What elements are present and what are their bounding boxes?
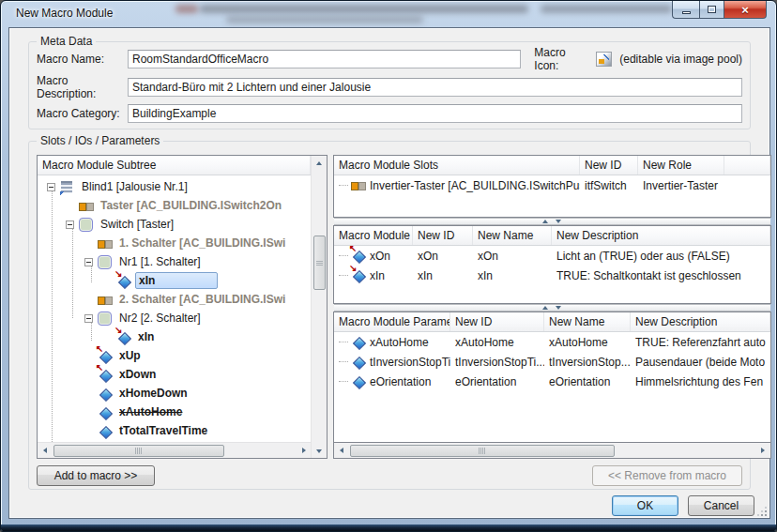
ok-button[interactable]: OK — [612, 495, 678, 516]
column-header-new-id[interactable]: New ID — [580, 156, 638, 175]
tree-item[interactable]: Nr1 [1. Schalter] — [38, 252, 311, 271]
scroll-left-button[interactable] — [334, 444, 348, 458]
macro-category-input[interactable]: BuildingExample — [128, 104, 742, 123]
cell-new-role: Invertier-Taster — [638, 175, 724, 195]
table-row[interactable]: xIn xIn xIn TRUE: Schaltkontakt ist gesc… — [334, 266, 770, 285]
tree-item[interactable]: xUp — [38, 346, 311, 365]
table-row[interactable]: tInversionStopTime tInversionStopTi... t… — [334, 352, 770, 372]
window-bottom-frame — [1, 524, 776, 531]
table-row[interactable]: Invertier-Taster [AC_BUILDING.ISwitchPus… — [334, 175, 770, 195]
macro-module-ios-table: Macro Module I... New ID New Name New De… — [333, 225, 771, 304]
tree-item[interactable]: tTotalTravelTime — [38, 421, 311, 440]
tree-item-label: 2. Schalter [AC_BUILDING.ISwi — [116, 292, 288, 307]
cell-new-name: xAutoHome — [544, 332, 631, 352]
table-row[interactable]: xAutoHome xAutoHome xAutoHome TRUE: Refe… — [334, 332, 770, 352]
triangle-left-icon — [340, 448, 343, 453]
param-icon — [98, 387, 113, 401]
tree-item[interactable]: Blind1 [Jalousie Nr.1] — [38, 177, 311, 196]
tree-item[interactable]: 2. Schalter [AC_BUILDING.ISwi — [38, 290, 311, 309]
cell-new-description: Licht an (TRUE) oder aus (FALSE) — [552, 246, 770, 266]
scroll-left-button[interactable] — [38, 444, 52, 458]
column-header-new-id[interactable]: New ID — [413, 226, 473, 245]
params-table-body: xAutoHome xAutoHome xAutoHome TRUE: Refe… — [334, 332, 770, 391]
cell-param-name: xAutoHome — [370, 336, 429, 349]
table-row[interactable]: xOn xOn xOn Licht an (TRUE) oder aus (FA… — [334, 246, 770, 266]
macro-icon-image[interactable] — [596, 52, 612, 67]
scroll-right-button[interactable] — [756, 444, 770, 458]
tree-item[interactable]: Switch [Taster] — [38, 215, 311, 234]
cell-new-name: eOrientation — [544, 372, 631, 391]
tree-item[interactable]: tInversionStopTime — [38, 440, 311, 442]
tree-header[interactable]: Macro Module Subtree — [38, 156, 311, 175]
panels-area: Macro Module Subtree — [37, 155, 744, 459]
scroll-up-button[interactable] — [312, 156, 327, 170]
background-glass-blur — [541, 5, 672, 13]
window-title: New Macro Module — [16, 7, 113, 20]
cancel-button[interactable]: Cancel — [688, 495, 754, 516]
right-horizontal-scrollbar[interactable] — [333, 443, 771, 459]
tree-item[interactable]: xHomeDown — [38, 384, 311, 403]
column-header-new-role[interactable]: New Role — [638, 156, 724, 175]
tree-item-label: xIn — [135, 272, 218, 289]
io-out-icon — [351, 249, 366, 263]
scroll-thumb[interactable] — [313, 236, 326, 290]
column-header-new-description[interactable]: New Description — [631, 312, 770, 331]
tree-vertical-scrollbar[interactable] — [311, 156, 327, 458]
tree-item[interactable]: xAutoHome — [38, 403, 311, 421]
background-glass-blur — [226, 16, 423, 23]
tree-item[interactable]: xDown — [38, 365, 311, 384]
title-bar[interactable]: New Macro Module × — [1, 1, 776, 27]
macro-module-parameters-table: Macro Module Paramet... New ID New Name … — [333, 312, 771, 443]
triangle-right-icon — [761, 448, 765, 453]
switch-icon — [79, 218, 94, 232]
tree-item[interactable]: Nr2 [2. Schalter] — [38, 309, 311, 327]
slots-ios-parameters-label: Slots / IOs / Parameters — [37, 134, 163, 147]
cell-slot-name: Invertier-Taster [AC_BUILDING.ISwitchPus… — [370, 179, 580, 192]
column-header-ios[interactable]: Macro Module I... — [334, 226, 413, 245]
scroll-thumb[interactable] — [53, 445, 224, 457]
table-row[interactable]: eOrientation eOrientation eOrientation H… — [334, 372, 770, 391]
background-glass-blur — [200, 5, 528, 13]
macro-name-label: Macro Name: — [37, 53, 128, 66]
tree-item[interactable]: Taster [AC_BUILDING.ISwitch2On — [38, 196, 311, 215]
slot-icon — [98, 293, 113, 307]
resize-grip[interactable] — [757, 507, 767, 516]
table-splitter[interactable] — [334, 218, 770, 225]
column-header-parameters[interactable]: Macro Module Paramet... — [334, 312, 450, 331]
tree-item[interactable]: xIn — [38, 327, 311, 346]
scroll-down-button[interactable] — [312, 444, 327, 458]
maximize-button[interactable] — [699, 1, 724, 19]
scroll-right-button[interactable] — [297, 444, 311, 458]
cell-param-name: tInversionStopTime — [370, 356, 450, 369]
column-header-new-id[interactable]: New ID — [450, 312, 544, 331]
tree-item[interactable]: 1. Schalter [AC_BUILDING.ISwi — [38, 234, 311, 252]
minimize-button[interactable] — [672, 1, 699, 19]
close-button[interactable]: × — [724, 1, 767, 19]
macro-name-input[interactable]: RoomStandardOfficeMacro — [128, 50, 521, 68]
tree-horizontal-scrollbar[interactable] — [38, 442, 311, 458]
background-glass-blur — [175, 5, 198, 13]
tree-item[interactable]: xIn — [38, 271, 311, 290]
tree-header-label[interactable]: Macro Module Subtree — [38, 156, 311, 175]
remove-from-macro-button[interactable]: << Remove from macro — [592, 465, 742, 486]
table-splitter[interactable] — [334, 304, 770, 312]
tree-item-label: xHomeDown — [116, 386, 190, 401]
tree-expander-icon[interactable] — [84, 258, 93, 266]
column-header-filler — [724, 156, 770, 175]
scroll-thumb[interactable] — [350, 445, 615, 457]
macro-description-input[interactable]: Standard-Büro mit 2 Lichtern und einer J… — [128, 78, 742, 97]
tree-expander-icon[interactable] — [47, 183, 55, 191]
column-header-slots[interactable]: Macro Module Slots — [334, 156, 580, 175]
cell-new-description: TRUE: Schaltkontakt ist geschlossen — [552, 266, 770, 285]
column-header-new-description[interactable]: New Description — [552, 226, 770, 245]
tree-expander-icon[interactable] — [84, 314, 93, 323]
add-to-macro-button[interactable]: Add to macro >> — [37, 465, 155, 486]
triangle-down-icon — [316, 449, 322, 453]
splitter-down-icon — [556, 306, 561, 310]
column-header-new-name[interactable]: New Name — [473, 226, 552, 245]
cell-new-id: eOrientation — [450, 372, 544, 391]
tree-expander-icon[interactable] — [66, 220, 74, 229]
dialog-client-area: Meta Data Macro Name: RoomStandardOffice… — [8, 27, 770, 519]
cell-io-name: xOn — [370, 250, 390, 263]
column-header-new-name[interactable]: New Name — [544, 312, 631, 331]
